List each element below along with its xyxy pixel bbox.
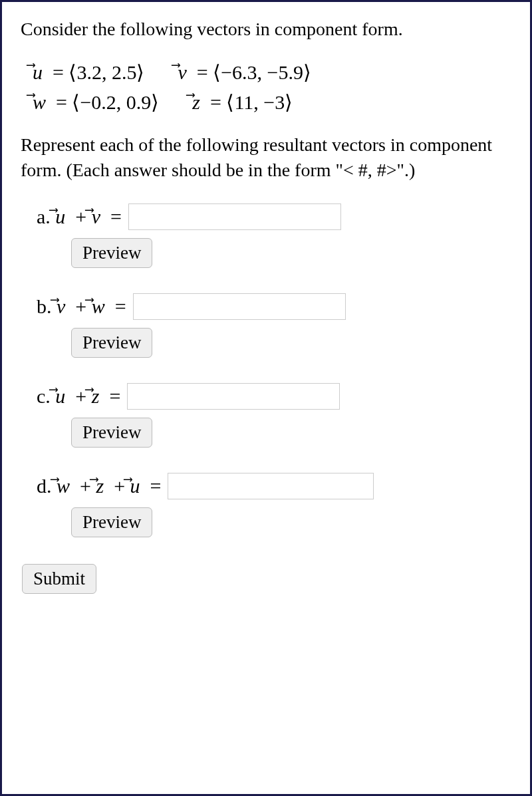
answer-input-b[interactable]: [133, 293, 346, 320]
submit-button[interactable]: Submit: [22, 564, 96, 594]
vector-u-def: u = ⟨3.2, 2.5⟩: [33, 61, 144, 84]
preview-button-b[interactable]: Preview: [71, 328, 152, 358]
preview-button-d[interactable]: Preview: [71, 507, 152, 537]
intro-text: Consider the following vectors in compon…: [21, 17, 511, 42]
preview-button-a[interactable]: Preview: [71, 238, 152, 268]
instruction-text: Represent each of the following resultan…: [21, 132, 511, 183]
question-a-label: a. u + v =: [37, 205, 122, 228]
question-d-label: d. w + z + u =: [37, 475, 161, 497]
question-c-label: c. u + z =: [37, 385, 120, 408]
vector-defs-row-1: u = ⟨3.2, 2.5⟩ v = ⟨−6.3, −5.9⟩: [21, 61, 511, 84]
preview-button-c[interactable]: Preview: [71, 418, 152, 448]
vector-defs-row-2: w = ⟨−0.2, 0.9⟩ z = ⟨11, −3⟩: [21, 90, 511, 114]
question-a: a. u + v = Preview: [21, 203, 511, 268]
vector-w-def: w = ⟨−0.2, 0.9⟩: [33, 90, 159, 114]
vector-z-def: z = ⟨11, −3⟩: [192, 90, 293, 114]
question-c: c. u + z = Preview: [21, 383, 511, 448]
problem-container: Consider the following vectors in compon…: [0, 0, 532, 796]
question-b-label: b. v + w =: [37, 295, 126, 318]
question-d: d. w + z + u = Preview: [21, 473, 511, 537]
answer-input-a[interactable]: [128, 203, 341, 230]
answer-input-d[interactable]: [168, 473, 374, 499]
question-b: b. v + w = Preview: [21, 293, 511, 358]
vector-v-def: v = ⟨−6.3, −5.9⟩: [178, 61, 311, 84]
answer-input-c[interactable]: [127, 383, 340, 410]
